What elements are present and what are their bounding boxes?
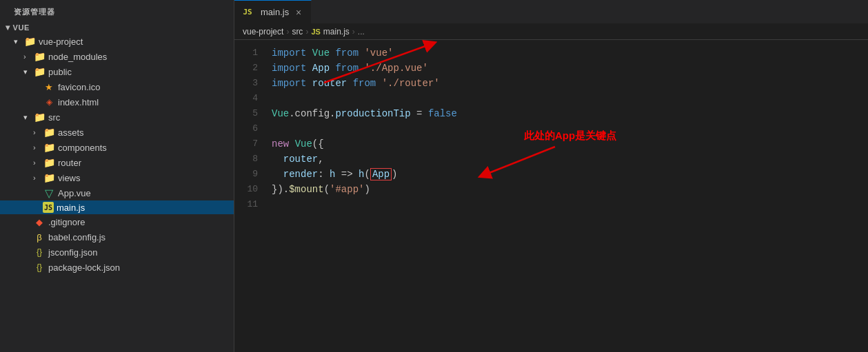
line-number: 2 <box>234 61 269 76</box>
token-highlight: App <box>370 168 392 180</box>
sidebar: 资源管理器 ▾VUE▾📁vue-project›📁node_modules▾📁p… <box>0 0 234 352</box>
tree-item-favicon[interactable]: ★favicon.ico <box>0 79 234 94</box>
breadcrumb-main-js[interactable]: main.js <box>323 27 350 37</box>
folder-icon: 📁 <box>33 111 46 123</box>
code-line-10: 10}).$mount('#app') <box>234 182 868 197</box>
code-editor[interactable]: 1import Vue from 'vue'2import App from '… <box>234 40 868 352</box>
tree-item-assets[interactable]: ›📁assets <box>0 125 234 140</box>
folder-icon: 📁 <box>33 65 46 78</box>
token-plain: ( <box>364 169 370 180</box>
breadcrumb-sep-1: › <box>286 27 289 37</box>
tree-item-main-js[interactable]: JSmain.js <box>0 200 234 214</box>
tree-item-app-vue[interactable]: ▽App.vue <box>0 185 234 200</box>
tree-item-index-html[interactable]: ◈index.html <box>0 94 234 110</box>
tree-item-package-lock[interactable]: {}package-lock.json <box>0 260 234 275</box>
token-kw: from <box>335 63 359 74</box>
tab-bar: JS main.js × <box>234 0 868 24</box>
breadcrumb-dots: ... <box>358 27 365 37</box>
tree-item-gitignore[interactable]: ◆.gitignore <box>0 214 234 229</box>
folder-icon: 📁 <box>43 141 55 154</box>
line-number: 9 <box>234 167 269 182</box>
tree-item-views[interactable]: ›📁views <box>0 170 234 185</box>
tree-item-router[interactable]: ›📁router <box>0 155 234 170</box>
breadcrumb: vue-project › src › JS main.js › ... <box>234 24 868 40</box>
code-line-4: 4 <box>234 91 868 106</box>
code-line-11: 11 <box>234 197 868 212</box>
line-content: }).$mount('#app') <box>269 182 868 197</box>
code-line-5: 5Vue.config.productionTip = false <box>234 106 868 121</box>
line-content: render: h => h(App) <box>269 167 868 182</box>
editor-area: JS main.js × vue-project › src › JS main… <box>234 0 868 352</box>
line-number: 11 <box>234 197 269 212</box>
code-line-2: 2import App from './App.vue' <box>234 61 868 76</box>
token-kw: from <box>335 48 359 59</box>
chevron-icon: › <box>33 158 43 167</box>
code-line-1: 1import Vue from 'vue' <box>234 45 868 61</box>
token-prop: productionTip <box>335 108 410 119</box>
token-kw: from <box>353 78 376 89</box>
token-plain: }). <box>272 184 289 195</box>
tree-item-src[interactable]: ▾📁src <box>0 110 234 125</box>
folder-icon: 📁 <box>43 156 55 169</box>
tree-label: components <box>58 143 107 153</box>
folder-icon: 📁 <box>43 172 55 184</box>
favicon-icon: ★ <box>43 81 55 93</box>
token-plain: => <box>335 169 359 180</box>
token-str: './router' <box>382 78 440 89</box>
html-icon: ◈ <box>43 96 55 108</box>
token-type-vue: Vue <box>295 138 312 149</box>
line-number: 8 <box>234 152 269 167</box>
token-plain: ) <box>364 184 370 195</box>
token-plain: ( <box>324 184 330 195</box>
tree-label: App.vue <box>58 188 91 198</box>
tree-label: assets <box>58 127 84 138</box>
code-line-8: 8 router, <box>234 152 868 167</box>
tab-close-button[interactable]: × <box>293 7 304 18</box>
folder-icon: 📁 <box>33 50 46 63</box>
tree-item-components[interactable]: ›📁components <box>0 140 234 155</box>
tree-label: node_modules <box>48 52 107 62</box>
tree-item-vue[interactable]: ▾VUE <box>0 21 234 34</box>
tree-label: .gitignore <box>48 217 85 227</box>
tab-main-js[interactable]: JS main.js × <box>234 0 312 23</box>
tree-label: views <box>58 173 81 183</box>
token-str: './App.vue' <box>364 63 427 74</box>
token-plain: ) <box>392 169 397 180</box>
token-str: '#app' <box>330 184 364 195</box>
babel-icon: β <box>33 231 46 243</box>
breadcrumb-src[interactable]: src <box>292 27 303 37</box>
tree-item-vue-project[interactable]: ▾📁vue-project <box>0 34 234 49</box>
token-name: router <box>283 154 318 165</box>
token-plain <box>289 138 294 149</box>
breadcrumb-sep-2: › <box>305 27 308 37</box>
tree-label: VUE <box>13 23 30 32</box>
tree-item-public[interactable]: ▾📁public <box>0 64 234 79</box>
chevron-icon: ▾ <box>23 113 33 122</box>
tree-item-babel-config[interactable]: βbabel.config.js <box>0 229 234 245</box>
token-plain: , <box>318 154 323 165</box>
code-line-7: 7new Vue({ <box>234 136 868 152</box>
code-line-3: 3import router from './router' <box>234 76 868 91</box>
folder-icon: 📁 <box>43 126 55 138</box>
tree-item-jsconfig[interactable]: {}jsconfig.json <box>0 245 234 260</box>
tree-label: package-lock.json <box>48 262 120 273</box>
line-content: router, <box>269 152 868 167</box>
line-content: import App from './App.vue' <box>269 61 868 76</box>
token-kw: import <box>272 78 306 89</box>
tree-label: main.js <box>57 203 85 213</box>
breadcrumb-js-icon: JS <box>311 28 320 36</box>
tree-label: src <box>48 112 60 123</box>
breadcrumb-vue-project[interactable]: vue-project <box>243 27 283 37</box>
token-type-vue: Vue <box>272 108 289 119</box>
breadcrumb-sep-3: › <box>352 27 355 37</box>
token-plain: ({ <box>312 138 324 149</box>
tree-label: router <box>58 158 81 168</box>
token-plain: .config. <box>289 108 335 119</box>
sidebar-title: 资源管理器 <box>0 0 234 21</box>
tree-label: vue-project <box>39 37 83 47</box>
token-plain <box>306 78 312 89</box>
tab-js-icon: JS <box>241 6 254 19</box>
tree-item-node_modules[interactable]: ›📁node_modules <box>0 49 234 64</box>
tree-label: index.html <box>58 97 99 107</box>
token-plain: = <box>411 108 428 119</box>
